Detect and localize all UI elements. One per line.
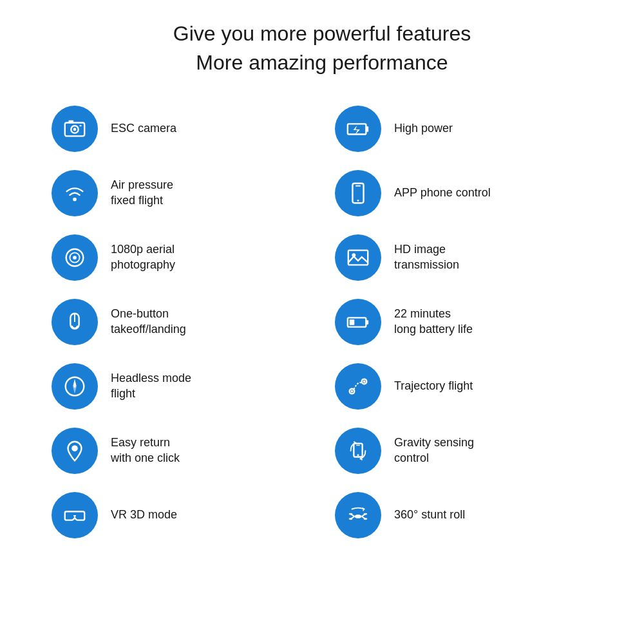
svg-point-14 xyxy=(73,256,77,260)
feature-label-easy-return: Easy return with one click xyxy=(111,435,180,466)
feature-item-esc-camera: ESC camera xyxy=(39,97,322,161)
battery-bolt-icon xyxy=(335,106,381,152)
feature-item-app-phone: APP phone control xyxy=(322,161,605,225)
feature-item-gravity: Gravity sensing control xyxy=(322,419,605,483)
feature-label-hd-image: HD image transmission xyxy=(394,242,459,272)
vr-glasses-icon xyxy=(52,492,98,538)
feature-label-1080p: 1080p aerial photography xyxy=(111,242,175,272)
svg-point-32 xyxy=(357,454,359,456)
feature-label-headless: Headless mode flight xyxy=(111,371,191,401)
feature-item-trajectory: Trajectory flight xyxy=(322,354,605,419)
svg-point-8 xyxy=(73,197,77,201)
location-pin-icon xyxy=(52,428,98,474)
feature-label-one-button: One-button takeoff/landing xyxy=(111,307,186,337)
feature-label-vr-mode: VR 3D mode xyxy=(111,507,177,522)
feature-label-air-pressure: Air pressure fixed flight xyxy=(111,178,173,208)
page-title: Give you more powerful features More ama… xyxy=(39,19,605,77)
feature-item-air-pressure: Air pressure fixed flight xyxy=(39,161,322,225)
svg-point-11 xyxy=(357,200,359,202)
battery-low-icon xyxy=(335,299,381,345)
feature-label-esc-camera: ESC camera xyxy=(111,121,176,136)
finger-tap-icon xyxy=(52,299,98,345)
feature-label-gravity: Gravity sensing control xyxy=(394,435,474,466)
svg-point-39 xyxy=(349,513,353,515)
svg-rect-15 xyxy=(348,250,368,265)
feature-label-app-phone: APP phone control xyxy=(394,185,491,200)
feature-item-high-power: High power xyxy=(322,97,605,161)
svg-point-29 xyxy=(71,445,78,451)
feature-label-battery-life: 22 minutes long battery life xyxy=(394,307,473,337)
svg-rect-19 xyxy=(366,320,368,325)
feature-item-headless: Headless mode flight xyxy=(39,354,322,419)
svg-point-27 xyxy=(351,390,354,392)
svg-point-42 xyxy=(364,518,368,520)
feature-item-hd-image: HD image transmission xyxy=(322,225,605,290)
feature-item-1080p: 1080p aerial photography xyxy=(39,225,322,290)
camera-icon xyxy=(52,106,98,152)
lens-icon xyxy=(52,234,98,281)
feature-label-stunt-roll: 360° stunt roll xyxy=(394,507,465,522)
svg-point-3 xyxy=(73,128,77,131)
svg-rect-6 xyxy=(366,126,368,132)
svg-point-24 xyxy=(73,385,76,388)
svg-point-34 xyxy=(354,515,361,518)
page-header: Give you more powerful features More ama… xyxy=(39,19,605,77)
feature-label-high-power: High power xyxy=(394,121,453,136)
drone-spin-icon xyxy=(335,492,381,538)
wifi-waves-icon xyxy=(52,170,98,216)
svg-rect-20 xyxy=(350,319,355,325)
features-grid: ESC camera High power Air pressure fixed… xyxy=(39,97,605,547)
svg-point-41 xyxy=(349,518,353,520)
feature-item-stunt-roll: 360° stunt roll xyxy=(322,483,605,547)
feature-item-easy-return: Easy return with one click xyxy=(39,419,322,483)
feature-item-battery-life: 22 minutes long battery life xyxy=(322,290,605,354)
compass-icon xyxy=(52,363,98,410)
feature-item-vr-mode: VR 3D mode xyxy=(39,483,322,547)
phone-rotate-icon xyxy=(335,428,381,474)
phone-icon xyxy=(335,170,381,216)
svg-point-28 xyxy=(363,380,366,383)
feature-label-trajectory: Trajectory flight xyxy=(394,379,473,393)
page: Give you more powerful features More ama… xyxy=(0,0,644,644)
svg-point-40 xyxy=(364,513,368,515)
image-icon xyxy=(335,234,381,281)
feature-item-one-button: One-button takeoff/landing xyxy=(39,290,322,354)
svg-rect-1 xyxy=(69,120,74,123)
route-icon xyxy=(335,363,381,410)
